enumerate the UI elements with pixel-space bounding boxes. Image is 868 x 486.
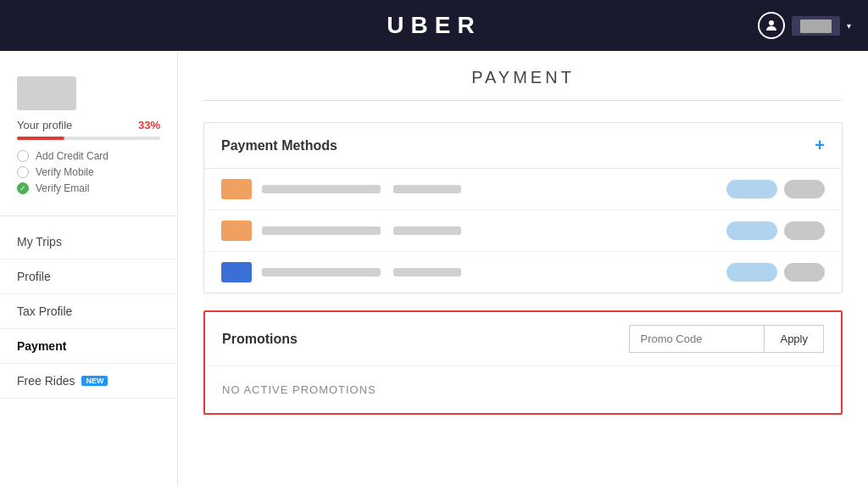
payment-action-0b[interactable] bbox=[784, 180, 825, 198]
username-text: ████ bbox=[800, 20, 832, 32]
checklist-item-0: Add Credit Card bbox=[17, 150, 160, 162]
checklist-label-1: Verify Mobile bbox=[36, 166, 94, 178]
payment-actions-1 bbox=[726, 221, 825, 240]
profile-section: Your profile 33% Add Credit Card Verify … bbox=[0, 68, 177, 216]
user-avatar-icon[interactable] bbox=[758, 12, 785, 39]
check-circle-0 bbox=[17, 150, 29, 162]
profile-percent: 33% bbox=[138, 119, 160, 131]
nav-user-section: ████ ▾ bbox=[758, 12, 851, 39]
new-badge: NEW bbox=[81, 376, 108, 386]
user-name-display[interactable]: ████ bbox=[792, 16, 840, 36]
payment-action-2b[interactable] bbox=[784, 263, 825, 282]
profile-label: Your profile bbox=[17, 119, 72, 131]
checklist-item-1: Verify Mobile bbox=[17, 166, 160, 178]
user-dropdown-arrow[interactable]: ▾ bbox=[847, 21, 851, 31]
check-circle-2: ✓ bbox=[17, 182, 29, 194]
promo-code-input[interactable] bbox=[629, 325, 765, 353]
no-active-promotions-label: NO ACTIVE PROMOTIONS bbox=[205, 366, 841, 413]
checklist-label-2: Verify Email bbox=[36, 182, 89, 194]
payment-info-1 bbox=[262, 226, 716, 235]
payment-row-2 bbox=[204, 252, 842, 293]
payment-info-0 bbox=[262, 185, 716, 193]
payment-detail-0b bbox=[393, 185, 461, 193]
promotions-title: Promotions bbox=[222, 332, 298, 347]
main-layout: Your profile 33% Add Credit Card Verify … bbox=[0, 51, 868, 486]
nav-items: My Trips Profile Tax Profile Payment Fre… bbox=[0, 225, 177, 399]
payment-detail-2a bbox=[262, 268, 381, 277]
payment-action-2a[interactable] bbox=[726, 263, 777, 282]
payment-info-2 bbox=[262, 268, 716, 277]
apply-button[interactable]: Apply bbox=[765, 325, 824, 353]
svg-point-0 bbox=[769, 20, 774, 25]
main-content: PAYMENT Payment Methods + bbox=[178, 51, 868, 486]
payment-row-1 bbox=[204, 210, 842, 252]
payment-detail-0a bbox=[262, 185, 381, 193]
payment-action-1b[interactable] bbox=[784, 221, 825, 240]
payment-actions-0 bbox=[726, 180, 825, 198]
sidebar: Your profile 33% Add Credit Card Verify … bbox=[0, 51, 178, 486]
payment-detail-1a bbox=[262, 226, 381, 235]
promotions-card: Promotions Apply NO ACTIVE PROMOTIONS bbox=[203, 310, 843, 415]
payment-icon-2 bbox=[221, 262, 252, 282]
sidebar-item-profile[interactable]: Profile bbox=[0, 260, 177, 294]
payment-methods-card: Payment Methods + bbox=[203, 122, 843, 293]
promotions-header: Promotions Apply bbox=[205, 312, 841, 366]
checklist-item-2: ✓ Verify Email bbox=[17, 182, 160, 194]
app-logo: UBER bbox=[387, 12, 481, 39]
sidebar-item-tax-profile[interactable]: Tax Profile bbox=[0, 294, 177, 329]
sidebar-item-my-trips[interactable]: My Trips bbox=[0, 225, 177, 260]
top-nav: UBER ████ ▾ bbox=[0, 0, 868, 51]
sidebar-item-payment[interactable]: Payment bbox=[0, 329, 177, 364]
checklist-label-0: Add Credit Card bbox=[36, 150, 108, 162]
payment-detail-2b bbox=[393, 268, 461, 277]
payment-methods-header: Payment Methods + bbox=[204, 123, 842, 169]
free-rides-with-badge: Free Rides NEW bbox=[17, 374, 160, 388]
payment-icon-1 bbox=[221, 221, 252, 241]
sidebar-item-free-rides[interactable]: Free Rides NEW bbox=[0, 364, 177, 399]
check-circle-1 bbox=[17, 166, 29, 178]
promo-input-group: Apply bbox=[629, 325, 824, 353]
progress-bar-fill bbox=[17, 137, 64, 140]
payment-methods-title: Payment Methods bbox=[221, 138, 337, 154]
progress-bar-bg bbox=[17, 137, 160, 140]
payment-action-0a[interactable] bbox=[726, 180, 777, 198]
page-title: PAYMENT bbox=[203, 68, 843, 101]
profile-header: Your profile 33% bbox=[17, 119, 160, 131]
payment-icon-0 bbox=[221, 179, 252, 199]
add-payment-button[interactable]: + bbox=[815, 136, 825, 155]
payment-action-1a[interactable] bbox=[726, 221, 777, 240]
payment-actions-2 bbox=[726, 263, 825, 282]
payment-detail-1b bbox=[393, 226, 461, 235]
payment-row-0 bbox=[204, 169, 842, 210]
profile-avatar bbox=[17, 76, 76, 110]
